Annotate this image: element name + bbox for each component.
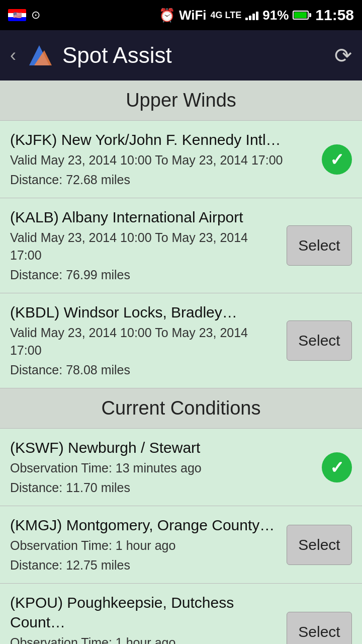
signal-bar-1 [245, 18, 248, 20]
status-right: ⏰ WiFi 4G LTE 91% 11:58 [159, 7, 354, 24]
back-icon[interactable]: ‹ [10, 45, 16, 66]
list-item: (KPOU) Poughkeepsie, Dutchess Count… Obs… [0, 584, 362, 644]
flag-icon: 🇺🇸 [8, 9, 26, 21]
item-valid-kalb: Valid May 23, 2014 10:00 To May 23, 2014… [10, 229, 279, 264]
target-icon: ⊙ [31, 9, 40, 22]
item-title-kjfk: (KJFK) New York/John F. Kennedy Intl… [10, 130, 314, 149]
app-bar: ‹ Spot Assist ⟳ [0, 30, 362, 80]
current-conditions-item-kmgj: (KMGJ) Montgomery, Orange County… Observ… [10, 515, 287, 574]
signal-bar-4 [256, 12, 258, 20]
app-title: Spot Assist [62, 43, 172, 68]
refresh-button[interactable]: ⟳ [334, 43, 352, 68]
battery-icon [293, 11, 311, 20]
item-valid-kjfk: Valid May 23, 2014 10:00 To May 23, 2014… [10, 151, 314, 169]
item-title-kmgj: (KMGJ) Montgomery, Orange County… [10, 515, 279, 535]
select-button-kpou[interactable]: Select [287, 612, 352, 644]
upper-winds-item-kjfk: (KJFK) New York/John F. Kennedy Intl… Va… [10, 130, 322, 189]
item-distance-kalb: Distance: 76.99 miles [10, 266, 279, 284]
signal-bars [245, 10, 258, 20]
upper-winds-header: Upper Winds [0, 80, 362, 121]
item-title-kpou: (KPOU) Poughkeepsie, Dutchess Count… [10, 593, 279, 632]
signal-bar-3 [252, 14, 255, 20]
app-logo [24, 40, 54, 70]
select-button-kalb[interactable]: Select [287, 225, 352, 266]
signal-bar-2 [249, 16, 251, 20]
item-distance-kmgj: Distance: 12.75 miles [10, 556, 279, 574]
current-conditions-item-kpou: (KPOU) Poughkeepsie, Dutchess Count… Obs… [10, 593, 287, 644]
item-valid-kbdl: Valid May 23, 2014 10:00 To May 23, 2014… [10, 324, 279, 359]
status-bar: 🇺🇸 ⊙ ⏰ WiFi 4G LTE 91% 11:58 [0, 0, 362, 30]
app-bar-left: ‹ Spot Assist [10, 40, 172, 70]
selected-check-kjfk [322, 144, 352, 175]
list-item: (KBDL) Windsor Locks, Bradley… Valid May… [0, 293, 362, 388]
upper-winds-item-kbdl: (KBDL) Windsor Locks, Bradley… Valid May… [10, 302, 287, 379]
item-obs-kpou: Observation Time: 1 hour ago [10, 634, 279, 644]
lte-badge: 4G LTE [211, 10, 242, 21]
list-item: (KSWF) Newburgh / Stewart Observation Ti… [0, 429, 362, 506]
current-conditions-item-kswf: (KSWF) Newburgh / Stewart Observation Ti… [10, 438, 322, 497]
upper-winds-item-kalb: (KALB) Albany International Airport Vali… [10, 207, 287, 284]
item-title-kbdl: (KBDL) Windsor Locks, Bradley… [10, 302, 279, 322]
wifi-icon: WiFi [179, 8, 207, 23]
list-item: (KJFK) New York/John F. Kennedy Intl… Va… [0, 121, 362, 198]
select-button-kmgj[interactable]: Select [287, 525, 352, 565]
status-left: 🇺🇸 ⊙ [8, 9, 40, 22]
select-button-kbdl[interactable]: Select [287, 320, 352, 361]
item-distance-kswf: Distance: 11.70 miles [10, 479, 314, 497]
alarm-icon: ⏰ [159, 8, 175, 23]
item-obs-kswf: Observation Time: 13 minutes ago [10, 459, 314, 477]
battery-percent: 91% [262, 8, 289, 23]
current-conditions-header: Current Conditions [0, 388, 362, 429]
clock: 11:58 [315, 7, 354, 24]
list-item: (KALB) Albany International Airport Vali… [0, 198, 362, 293]
list-item: (KMGJ) Montgomery, Orange County… Observ… [0, 506, 362, 584]
item-title-kalb: (KALB) Albany International Airport [10, 207, 279, 227]
item-distance-kjfk: Distance: 72.68 miles [10, 171, 314, 189]
item-distance-kbdl: Distance: 78.08 miles [10, 361, 279, 379]
selected-check-kswf [322, 452, 352, 482]
item-obs-kmgj: Observation Time: 1 hour ago [10, 537, 279, 554]
item-title-kswf: (KSWF) Newburgh / Stewart [10, 438, 314, 457]
